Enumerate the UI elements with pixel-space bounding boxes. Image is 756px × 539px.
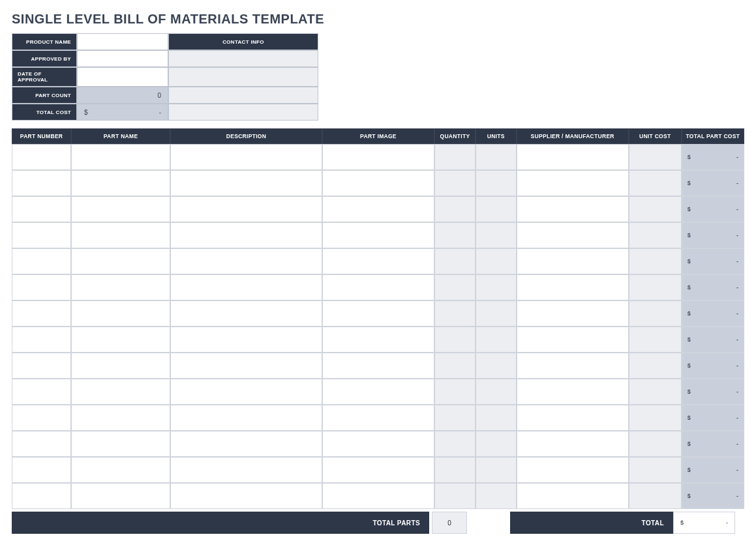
cell-part-name[interactable] xyxy=(71,248,170,274)
cell-supplier[interactable] xyxy=(517,405,629,431)
cell-description[interactable] xyxy=(170,144,322,170)
cell-description[interactable] xyxy=(170,457,322,483)
cell-part-image[interactable] xyxy=(322,405,434,431)
cell-part-number[interactable] xyxy=(12,353,71,379)
cell-units[interactable] xyxy=(476,274,517,300)
cell-part-image[interactable] xyxy=(322,379,434,405)
cell-part-number[interactable] xyxy=(12,274,71,300)
cell-part-number[interactable] xyxy=(12,248,71,274)
cell-quantity[interactable] xyxy=(434,274,476,300)
cell-supplier[interactable] xyxy=(517,222,629,248)
cell-unit-cost[interactable] xyxy=(629,196,682,222)
cell-part-number[interactable] xyxy=(12,196,71,222)
cell-supplier[interactable] xyxy=(517,196,629,222)
cell-description[interactable] xyxy=(170,379,322,405)
cell-supplier[interactable] xyxy=(517,483,629,509)
cell-quantity[interactable] xyxy=(434,248,476,274)
cell-quantity[interactable] xyxy=(434,327,476,353)
cell-part-name[interactable] xyxy=(71,144,170,170)
cell-quantity[interactable] xyxy=(434,431,476,457)
cell-unit-cost[interactable] xyxy=(629,248,682,274)
cell-units[interactable] xyxy=(476,248,517,274)
cell-unit-cost[interactable] xyxy=(629,405,682,431)
contact-date[interactable] xyxy=(168,67,318,87)
cell-part-image[interactable] xyxy=(322,483,434,509)
cell-part-image[interactable] xyxy=(322,248,434,274)
cell-part-image[interactable] xyxy=(322,222,434,248)
cell-units[interactable] xyxy=(476,196,517,222)
cell-part-name[interactable] xyxy=(71,431,170,457)
cell-part-number[interactable] xyxy=(12,457,71,483)
cell-part-image[interactable] xyxy=(322,431,434,457)
cell-supplier[interactable] xyxy=(517,300,629,327)
cell-units[interactable] xyxy=(476,170,517,196)
cell-unit-cost[interactable] xyxy=(629,483,682,509)
cell-description[interactable] xyxy=(170,300,322,327)
cell-description[interactable] xyxy=(170,274,322,300)
cell-part-number[interactable] xyxy=(12,405,71,431)
cell-quantity[interactable] xyxy=(434,483,476,509)
cell-part-number[interactable] xyxy=(12,222,71,248)
cell-part-image[interactable] xyxy=(322,457,434,483)
cell-part-name[interactable] xyxy=(71,170,170,196)
cell-part-name[interactable] xyxy=(71,457,170,483)
cell-units[interactable] xyxy=(476,300,517,327)
cell-quantity[interactable] xyxy=(434,300,476,327)
cell-description[interactable] xyxy=(170,405,322,431)
cell-quantity[interactable] xyxy=(434,196,476,222)
cell-description[interactable] xyxy=(170,353,322,379)
cell-quantity[interactable] xyxy=(434,405,476,431)
cell-units[interactable] xyxy=(476,379,517,405)
cell-description[interactable] xyxy=(170,196,322,222)
cell-units[interactable] xyxy=(476,431,517,457)
cell-part-image[interactable] xyxy=(322,196,434,222)
contact-approved-by[interactable] xyxy=(168,50,318,67)
cell-unit-cost[interactable] xyxy=(629,327,682,353)
cell-unit-cost[interactable] xyxy=(629,353,682,379)
cell-description[interactable] xyxy=(170,431,322,457)
contact-total-cost[interactable] xyxy=(168,104,318,121)
cell-supplier[interactable] xyxy=(517,170,629,196)
cell-supplier[interactable] xyxy=(517,144,629,170)
cell-unit-cost[interactable] xyxy=(629,300,682,327)
cell-part-number[interactable] xyxy=(12,483,71,509)
cell-description[interactable] xyxy=(170,248,322,274)
cell-description[interactable] xyxy=(170,483,322,509)
contact-part-count[interactable] xyxy=(168,87,318,104)
cell-part-image[interactable] xyxy=(322,353,434,379)
cell-part-image[interactable] xyxy=(322,300,434,327)
cell-units[interactable] xyxy=(476,222,517,248)
cell-unit-cost[interactable] xyxy=(629,457,682,483)
cell-part-number[interactable] xyxy=(12,300,71,327)
cell-quantity[interactable] xyxy=(434,379,476,405)
cell-description[interactable] xyxy=(170,222,322,248)
cell-part-name[interactable] xyxy=(71,327,170,353)
cell-quantity[interactable] xyxy=(434,222,476,248)
cell-units[interactable] xyxy=(476,327,517,353)
cell-description[interactable] xyxy=(170,327,322,353)
cell-part-number[interactable] xyxy=(12,379,71,405)
cell-description[interactable] xyxy=(170,170,322,196)
cell-part-image[interactable] xyxy=(322,144,434,170)
cell-units[interactable] xyxy=(476,405,517,431)
cell-part-name[interactable] xyxy=(71,196,170,222)
cell-quantity[interactable] xyxy=(434,457,476,483)
cell-unit-cost[interactable] xyxy=(629,144,682,170)
cell-part-name[interactable] xyxy=(71,405,170,431)
cell-part-name[interactable] xyxy=(71,222,170,248)
value-date-of-approval[interactable] xyxy=(77,67,168,87)
cell-supplier[interactable] xyxy=(517,379,629,405)
cell-units[interactable] xyxy=(476,144,517,170)
cell-unit-cost[interactable] xyxy=(629,431,682,457)
cell-part-number[interactable] xyxy=(12,327,71,353)
cell-quantity[interactable] xyxy=(434,353,476,379)
cell-part-name[interactable] xyxy=(71,274,170,300)
cell-supplier[interactable] xyxy=(517,431,629,457)
cell-unit-cost[interactable] xyxy=(629,170,682,196)
cell-part-name[interactable] xyxy=(71,379,170,405)
cell-supplier[interactable] xyxy=(517,248,629,274)
cell-unit-cost[interactable] xyxy=(629,379,682,405)
cell-units[interactable] xyxy=(476,483,517,509)
cell-part-number[interactable] xyxy=(12,144,71,170)
cell-unit-cost[interactable] xyxy=(629,222,682,248)
